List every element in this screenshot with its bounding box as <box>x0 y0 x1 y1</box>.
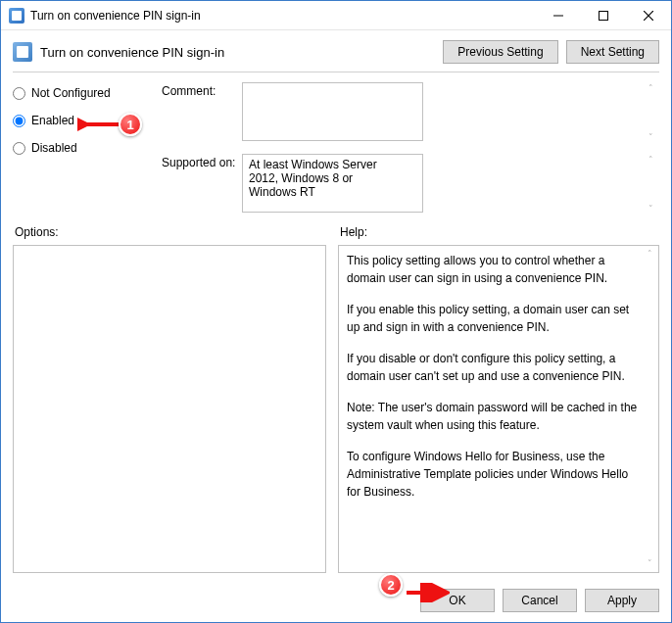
policy-icon <box>9 8 24 24</box>
help-pane[interactable]: This policy setting allows you to contro… <box>338 245 659 573</box>
help-p1: This policy setting allows you to contro… <box>347 252 641 287</box>
chevron-up-icon: ˄ <box>644 84 657 93</box>
annotation-arrow-2 <box>405 583 450 602</box>
supported-scroll-indicator: ˄˅ <box>644 156 657 214</box>
comment-textarea[interactable] <box>242 82 423 141</box>
config-row: Not Configured Enabled Disabled Comment:… <box>1 74 671 216</box>
policy-header-title: Turn on convenience PIN sign-in <box>40 45 443 60</box>
help-p2: If you enable this policy setting, a dom… <box>347 301 641 336</box>
comment-row: Comment: ˄˅ <box>162 82 659 144</box>
options-label: Options: <box>15 225 328 239</box>
section-labels: Options: Help: <box>1 216 671 241</box>
title-bar[interactable]: Turn on convenience PIN sign-in <box>1 1 671 30</box>
radio-disabled-label: Disabled <box>31 141 77 155</box>
chevron-down-icon: ˅ <box>643 557 656 571</box>
dialog-window: Turn on convenience PIN sign-in Turn on … <box>0 0 672 623</box>
state-radio-group: Not Configured Enabled Disabled <box>13 82 150 216</box>
window-controls <box>536 1 671 29</box>
radio-enabled-label: Enabled <box>31 114 74 127</box>
supported-wrap: ˄˅ <box>242 154 659 216</box>
help-label: Help: <box>340 225 367 239</box>
window-title: Turn on convenience PIN sign-in <box>30 9 536 23</box>
chevron-down-icon: ˅ <box>644 133 657 142</box>
policy-header-icon <box>13 42 32 62</box>
minimize-button[interactable] <box>536 1 581 29</box>
panes: This policy setting allows you to contro… <box>1 241 671 581</box>
chevron-up-icon: ˄ <box>643 248 656 262</box>
supported-textarea[interactable] <box>242 154 423 213</box>
radio-not-configured[interactable]: Not Configured <box>13 86 150 100</box>
field-column: Comment: ˄˅ Supported on: ˄˅ <box>162 82 659 216</box>
annotation-badge-1: 1 <box>119 113 142 136</box>
comment-label: Comment: <box>162 82 236 98</box>
options-pane[interactable] <box>13 245 326 573</box>
apply-button[interactable]: Apply <box>585 589 659 612</box>
chevron-down-icon: ˅ <box>644 205 657 214</box>
radio-not-configured-input[interactable] <box>13 87 25 100</box>
close-icon <box>644 11 653 21</box>
divider <box>13 72 659 72</box>
footer-buttons: OK Cancel Apply <box>1 581 671 622</box>
maximize-button[interactable] <box>581 1 626 29</box>
cancel-button[interactable]: Cancel <box>503 589 577 612</box>
header-row: Turn on convenience PIN sign-in Previous… <box>1 30 671 72</box>
radio-disabled-input[interactable] <box>13 142 25 155</box>
comment-wrap: ˄˅ <box>242 82 659 144</box>
radio-enabled-input[interactable] <box>13 115 25 127</box>
help-scroll-indicator: ˄˅ <box>643 248 656 570</box>
help-p5: To configure Windows Hello for Business,… <box>347 448 641 501</box>
minimize-icon <box>553 11 563 21</box>
close-button[interactable] <box>626 1 671 29</box>
nav-buttons: Previous Setting Next Setting <box>443 40 659 64</box>
chevron-up-icon: ˄ <box>644 156 657 165</box>
annotation-badge-2: 2 <box>379 573 403 597</box>
radio-disabled[interactable]: Disabled <box>13 141 150 155</box>
supported-row: Supported on: ˄˅ <box>162 154 659 216</box>
svg-rect-1 <box>600 11 608 20</box>
help-p3: If you disable or don't configure this p… <box>347 350 641 385</box>
previous-setting-button[interactable]: Previous Setting <box>443 40 557 64</box>
comment-scroll-indicator: ˄˅ <box>644 84 657 142</box>
help-p4: Note: The user's domain password will be… <box>347 399 641 434</box>
supported-label: Supported on: <box>162 154 236 169</box>
maximize-icon <box>599 11 608 21</box>
next-setting-button[interactable]: Next Setting <box>566 40 659 64</box>
annotation-arrow-1 <box>77 115 122 134</box>
radio-not-configured-label: Not Configured <box>31 86 111 100</box>
